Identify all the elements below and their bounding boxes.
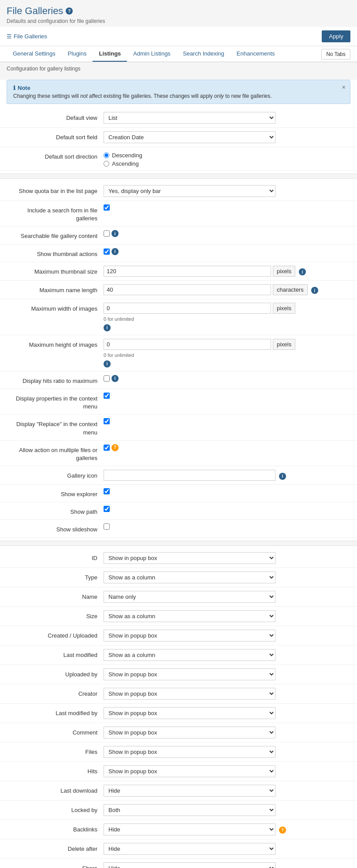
- delete-after-field-select[interactable]: Show in popup box Show as a column Hide: [104, 843, 275, 855]
- id-field-label: ID: [7, 552, 104, 562]
- no-tabs-button[interactable]: No Tabs: [321, 49, 350, 59]
- show-slideshow-row: Show slideshow: [0, 520, 357, 538]
- display-properties-checkbox[interactable]: [104, 393, 110, 399]
- tab-enhancements[interactable]: Enhancements: [231, 46, 281, 62]
- searchable-content-label: Searchable file gallery content: [7, 230, 104, 240]
- searchable-content-checkbox[interactable]: [104, 230, 110, 237]
- show-thumbnail-actions-checkbox[interactable]: [104, 249, 110, 255]
- note-box: ℹ Note Changing these settings will not …: [7, 80, 350, 104]
- max-height-images-control: pixels 0 for unlimited i: [104, 339, 350, 367]
- tab-plugins[interactable]: Plugins: [62, 46, 93, 62]
- files-field-select[interactable]: Show in popup box Show as a column Hide: [104, 746, 275, 758]
- descending-radio[interactable]: [104, 152, 109, 158]
- show-thumbnail-actions-info-icon[interactable]: i: [112, 248, 119, 255]
- searchable-content-info-icon[interactable]: i: [112, 230, 119, 237]
- size-field-row: Size Show in popup box Show as a column …: [0, 607, 357, 626]
- breadcrumb-link[interactable]: ☰ File Galleries: [7, 33, 47, 40]
- gallery-icon-input[interactable]: [104, 470, 275, 481]
- ascending-radio-label[interactable]: Ascending: [104, 160, 142, 167]
- note-title: ℹ Note: [13, 85, 344, 91]
- display-hits-ratio-info-icon[interactable]: i: [112, 375, 119, 382]
- last-download-field-select[interactable]: Show in popup box Show as a column Hide: [104, 785, 275, 797]
- backlinks-help-icon[interactable]: ?: [279, 827, 286, 834]
- created-uploaded-field-label: Created / Uploaded: [7, 630, 104, 640]
- uploaded-by-field-control: Show in popup box Show as a column Hide: [104, 668, 350, 680]
- id-field-control: Show in popup box Show as a column Hide: [104, 552, 350, 564]
- delete-after-field-row: Delete after Show in popup box Show as a…: [0, 839, 357, 859]
- gallery-icon-info-icon[interactable]: i: [279, 473, 286, 480]
- allow-action-multiple-control: ?: [104, 444, 350, 451]
- show-quota-bar-select[interactable]: Yes, display only bar Yes, display bar a…: [104, 185, 275, 197]
- allow-action-multiple-label: Allow action on multiple files or galler…: [7, 444, 104, 462]
- max-name-length-info-icon[interactable]: i: [311, 287, 318, 294]
- last-modified-by-field-select[interactable]: Show in popup box Show as a column Hide: [104, 707, 275, 719]
- type-field-select[interactable]: Show in popup box Show as a column Hide: [104, 571, 275, 583]
- tab-general-settings[interactable]: General Settings: [7, 46, 62, 62]
- allow-action-multiple-checkbox[interactable]: [104, 445, 110, 451]
- max-name-length-control: characters i: [104, 284, 350, 295]
- show-thumbnail-actions-label: Show thumbnail actions: [7, 248, 104, 258]
- page-help-icon[interactable]: ?: [66, 7, 73, 15]
- uploaded-by-field-select[interactable]: Show in popup box Show as a column Hide: [104, 668, 275, 680]
- max-name-length-input[interactable]: [104, 284, 271, 295]
- tabs-container: General Settings Plugins Listings Admin …: [7, 46, 281, 62]
- max-height-images-label: Maximum height of images: [7, 339, 104, 349]
- created-uploaded-field-select[interactable]: Show in popup box Show as a column Hide: [104, 630, 275, 642]
- section-divider-2: [0, 541, 357, 546]
- creator-field-control: Show in popup box Show as a column Hide: [104, 688, 350, 700]
- tab-search-indexing[interactable]: Search Indexing: [177, 46, 231, 62]
- hits-field-select[interactable]: Show in popup box Show as a column Hide: [104, 765, 275, 777]
- descending-radio-label[interactable]: Descending: [104, 152, 142, 159]
- tab-listings[interactable]: Listings: [93, 46, 127, 62]
- close-note-button[interactable]: ×: [342, 84, 346, 91]
- comment-field-label: Comment: [7, 727, 104, 737]
- display-replace-checkbox[interactable]: [104, 418, 110, 424]
- name-field-label: Name: [7, 591, 104, 601]
- max-width-images-info-icon[interactable]: i: [104, 324, 111, 331]
- default-sort-field-label: Default sort field: [7, 131, 104, 141]
- type-field-label: Type: [7, 571, 104, 582]
- show-quota-bar-label: Show quota bar in the list page: [7, 185, 104, 195]
- size-field-label: Size: [7, 610, 104, 620]
- gallery-icon-row: Gallery icon i: [0, 466, 357, 485]
- apply-button-top[interactable]: Apply: [322, 30, 350, 42]
- backlinks-field-row: Backlinks Show in popup box Show as a co…: [0, 820, 357, 839]
- id-field-row: ID Show in popup box Show as a column Hi…: [0, 549, 357, 568]
- hits-field-row: Hits Show in popup box Show as a column …: [0, 762, 357, 781]
- last-modified-field-control: Show in popup box Show as a column Hide: [104, 649, 350, 661]
- show-path-checkbox[interactable]: [104, 506, 110, 512]
- comment-field-select[interactable]: Show in popup box Show as a column Hide: [104, 727, 275, 738]
- max-height-images-info-icon[interactable]: i: [104, 360, 111, 367]
- default-sort-field-select[interactable]: Creation Date Name Size Last Modified: [104, 131, 275, 143]
- default-sort-direction-control: Descending Ascending: [104, 151, 350, 167]
- searchable-content-control: i: [104, 230, 350, 237]
- ascending-radio[interactable]: [104, 161, 109, 167]
- max-width-images-input[interactable]: [104, 303, 271, 314]
- locked-by-field-select[interactable]: Show in popup box Show as a column Both …: [104, 804, 275, 816]
- share-field-control: Show in popup box Show as a column Hide: [104, 862, 350, 868]
- sort-direction-radio-group: Descending Ascending: [104, 151, 142, 167]
- size-field-select[interactable]: Show in popup box Show as a column Hide: [104, 610, 275, 622]
- name-field-select[interactable]: Name only Show as a column Hide: [104, 591, 275, 603]
- backlinks-field-select[interactable]: Show in popup box Show as a column Hide: [104, 823, 275, 835]
- max-width-images-hint: 0 for unlimited: [104, 316, 350, 322]
- tab-admin-listings[interactable]: Admin Listings: [127, 46, 177, 62]
- creator-field-select[interactable]: Show in popup box Show as a column Hide: [104, 688, 275, 700]
- id-field-select[interactable]: Show in popup box Show as a column Hide: [104, 552, 275, 564]
- max-thumbnail-size-info-icon[interactable]: i: [299, 268, 306, 275]
- type-field-control: Show in popup box Show as a column Hide: [104, 571, 350, 583]
- show-explorer-checkbox[interactable]: [104, 488, 110, 494]
- allow-action-multiple-help-icon[interactable]: ?: [112, 444, 119, 451]
- show-slideshow-checkbox[interactable]: [104, 523, 110, 530]
- info-circle-icon: ℹ: [13, 85, 15, 91]
- last-modified-field-select[interactable]: Show in popup box Show as a column Hide: [104, 649, 275, 661]
- default-view-select[interactable]: List Thumbnails Table: [104, 112, 275, 124]
- include-search-form-checkbox[interactable]: [104, 204, 110, 211]
- ascending-label: Ascending: [112, 160, 139, 167]
- max-thumbnail-size-input[interactable]: [104, 266, 271, 277]
- show-quota-bar-row: Show quota bar in the list page Yes, dis…: [0, 182, 357, 201]
- max-height-images-input[interactable]: [104, 339, 271, 350]
- display-hits-ratio-checkbox[interactable]: [104, 375, 110, 382]
- max-width-images-control: pixels 0 for unlimited i: [104, 303, 350, 331]
- share-field-select[interactable]: Show in popup box Show as a column Hide: [104, 862, 275, 868]
